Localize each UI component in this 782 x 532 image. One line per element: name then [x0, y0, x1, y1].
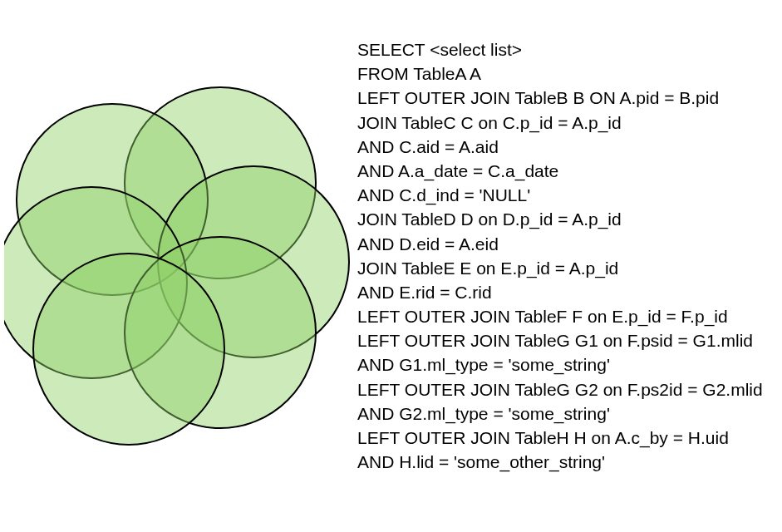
- sql-line: AND C.d_ind = 'NULL': [357, 183, 763, 207]
- venn-diagram-area: [0, 0, 349, 532]
- sql-code-area: SELECT <select list> FROM TableA A LEFT …: [349, 0, 763, 532]
- diagram-container: SELECT <select list> FROM TableA A LEFT …: [0, 0, 782, 532]
- sql-line: SELECT <select list>: [357, 37, 763, 62]
- sql-line: FROM TableA A: [357, 62, 763, 86]
- sql-line: LEFT OUTER JOIN TableG G2 on F.ps2id = G…: [357, 377, 763, 401]
- sql-line: AND H.lid = 'some_other_string': [357, 450, 763, 474]
- sql-line: AND C.aid = A.aid: [357, 135, 763, 159]
- sql-line: AND E.rid = C.rid: [357, 280, 763, 304]
- sql-line: LEFT OUTER JOIN TableG G1 on F.psid = G1…: [357, 328, 763, 352]
- sql-line: LEFT OUTER JOIN TableB B ON A.pid = B.pi…: [357, 86, 763, 110]
- venn-diagram: [4, 75, 353, 466]
- sql-line: AND G2.ml_type = 'some_string': [357, 401, 763, 426]
- sql-line: JOIN TableD D on D.p_id = A.p_id: [357, 207, 763, 231]
- sql-line: AND G1.ml_type = 'some_string': [357, 352, 763, 377]
- sql-line: JOIN TableC C on C.p_id = A.p_id: [357, 111, 763, 135]
- sql-line: AND A.a_date = C.a_date: [357, 159, 763, 183]
- sql-line: LEFT OUTER JOIN TableH H on A.c_by = H.u…: [357, 426, 763, 450]
- sql-line: AND D.eid = A.eid: [357, 232, 763, 256]
- sql-line: LEFT OUTER JOIN TableF F on E.p_id = F.p…: [357, 304, 763, 328]
- venn-circle: [33, 254, 224, 445]
- sql-line: JOIN TableE E on E.p_id = A.p_id: [357, 256, 763, 280]
